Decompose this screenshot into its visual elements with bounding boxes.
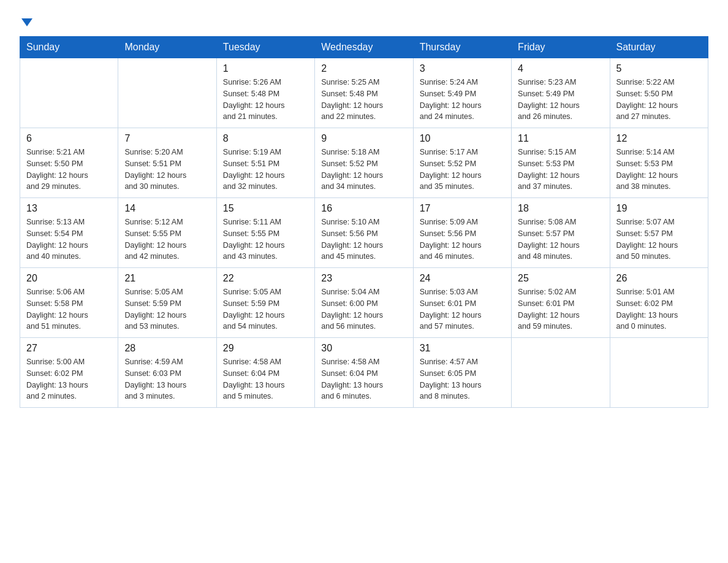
day-number: 29	[223, 343, 308, 354]
calendar-cell	[610, 338, 708, 408]
day-info: Sunrise: 5:02 AM Sunset: 6:01 PM Dayligh…	[518, 286, 603, 332]
day-info: Sunrise: 5:21 AM Sunset: 5:50 PM Dayligh…	[26, 147, 112, 193]
day-info: Sunrise: 5:13 AM Sunset: 5:54 PM Dayligh…	[26, 216, 112, 262]
day-info: Sunrise: 4:59 AM Sunset: 6:03 PM Dayligh…	[124, 356, 210, 402]
day-number: 25	[518, 273, 603, 284]
day-info: Sunrise: 5:08 AM Sunset: 5:57 PM Dayligh…	[518, 216, 603, 262]
day-info: Sunrise: 5:22 AM Sunset: 5:50 PM Dayligh…	[616, 77, 702, 123]
day-number: 11	[518, 133, 603, 144]
calendar-cell: 18Sunrise: 5:08 AM Sunset: 5:57 PM Dayli…	[512, 198, 610, 268]
weekday-header-monday: Monday	[118, 37, 216, 58]
calendar-cell: 8Sunrise: 5:19 AM Sunset: 5:51 PM Daylig…	[216, 128, 314, 198]
weekday-header-friday: Friday	[512, 37, 610, 58]
day-info: Sunrise: 5:15 AM Sunset: 5:53 PM Dayligh…	[518, 147, 603, 193]
day-info: Sunrise: 5:09 AM Sunset: 5:56 PM Dayligh…	[420, 216, 505, 262]
calendar-cell: 21Sunrise: 5:05 AM Sunset: 5:59 PM Dayli…	[118, 268, 216, 338]
day-info: Sunrise: 5:07 AM Sunset: 5:57 PM Dayligh…	[616, 216, 702, 262]
day-number: 19	[616, 203, 702, 214]
calendar-cell: 25Sunrise: 5:02 AM Sunset: 6:01 PM Dayli…	[512, 268, 610, 338]
calendar-cell	[118, 58, 216, 128]
calendar-cell: 23Sunrise: 5:04 AM Sunset: 6:00 PM Dayli…	[315, 268, 413, 338]
day-number: 31	[420, 343, 505, 354]
day-number: 30	[321, 343, 406, 354]
day-info: Sunrise: 5:20 AM Sunset: 5:51 PM Dayligh…	[124, 147, 210, 193]
calendar-cell: 14Sunrise: 5:12 AM Sunset: 5:55 PM Dayli…	[118, 198, 216, 268]
logo-triangle-icon	[21, 18, 32, 26]
calendar-cell: 2Sunrise: 5:25 AM Sunset: 5:48 PM Daylig…	[315, 58, 413, 128]
day-info: Sunrise: 5:00 AM Sunset: 6:02 PM Dayligh…	[26, 356, 112, 402]
day-info: Sunrise: 5:10 AM Sunset: 5:56 PM Dayligh…	[321, 216, 406, 262]
weekday-header-saturday: Saturday	[610, 37, 708, 58]
calendar-cell: 22Sunrise: 5:05 AM Sunset: 5:59 PM Dayli…	[216, 268, 314, 338]
calendar-cell: 11Sunrise: 5:15 AM Sunset: 5:53 PM Dayli…	[512, 128, 610, 198]
calendar-cell: 5Sunrise: 5:22 AM Sunset: 5:50 PM Daylig…	[610, 58, 708, 128]
day-number: 22	[223, 273, 308, 284]
weekday-header-tuesday: Tuesday	[216, 37, 314, 58]
day-info: Sunrise: 5:26 AM Sunset: 5:48 PM Dayligh…	[223, 77, 308, 123]
calendar-week-row: 13Sunrise: 5:13 AM Sunset: 5:54 PM Dayli…	[20, 198, 708, 268]
day-number: 23	[321, 273, 406, 284]
day-info: Sunrise: 5:05 AM Sunset: 5:59 PM Dayligh…	[223, 286, 308, 332]
day-info: Sunrise: 5:04 AM Sunset: 6:00 PM Dayligh…	[321, 286, 406, 332]
calendar-week-row: 1Sunrise: 5:26 AM Sunset: 5:48 PM Daylig…	[20, 58, 708, 128]
day-info: Sunrise: 5:03 AM Sunset: 6:01 PM Dayligh…	[420, 286, 505, 332]
day-number: 27	[26, 343, 112, 354]
day-number: 2	[321, 63, 406, 74]
day-info: Sunrise: 5:05 AM Sunset: 5:59 PM Dayligh…	[124, 286, 210, 332]
calendar-cell: 19Sunrise: 5:07 AM Sunset: 5:57 PM Dayli…	[610, 198, 708, 268]
day-info: Sunrise: 4:58 AM Sunset: 6:04 PM Dayligh…	[321, 356, 406, 402]
logo	[20, 15, 32, 26]
day-number: 24	[420, 273, 505, 284]
day-number: 7	[124, 133, 210, 144]
day-info: Sunrise: 5:18 AM Sunset: 5:52 PM Dayligh…	[321, 147, 406, 193]
day-info: Sunrise: 5:11 AM Sunset: 5:55 PM Dayligh…	[223, 216, 308, 262]
day-info: Sunrise: 5:01 AM Sunset: 6:02 PM Dayligh…	[616, 286, 702, 332]
day-info: Sunrise: 5:24 AM Sunset: 5:49 PM Dayligh…	[420, 77, 505, 123]
day-number: 17	[420, 203, 505, 214]
weekday-header-sunday: Sunday	[20, 37, 118, 58]
calendar-cell: 28Sunrise: 4:59 AM Sunset: 6:03 PM Dayli…	[118, 338, 216, 408]
day-number: 18	[518, 203, 603, 214]
day-number: 16	[321, 203, 406, 214]
day-info: Sunrise: 5:23 AM Sunset: 5:49 PM Dayligh…	[518, 77, 603, 123]
calendar-cell: 30Sunrise: 4:58 AM Sunset: 6:04 PM Dayli…	[315, 338, 413, 408]
day-number: 1	[223, 63, 308, 74]
calendar-week-row: 6Sunrise: 5:21 AM Sunset: 5:50 PM Daylig…	[20, 128, 708, 198]
page-header	[20, 15, 708, 26]
day-number: 3	[420, 63, 505, 74]
calendar-cell: 4Sunrise: 5:23 AM Sunset: 5:49 PM Daylig…	[512, 58, 610, 128]
day-number: 20	[26, 273, 112, 284]
calendar-cell	[20, 58, 118, 128]
day-number: 12	[616, 133, 702, 144]
calendar-cell: 20Sunrise: 5:06 AM Sunset: 5:58 PM Dayli…	[20, 268, 118, 338]
day-info: Sunrise: 4:58 AM Sunset: 6:04 PM Dayligh…	[223, 356, 308, 402]
calendar-cell: 3Sunrise: 5:24 AM Sunset: 5:49 PM Daylig…	[413, 58, 511, 128]
day-info: Sunrise: 5:19 AM Sunset: 5:51 PM Dayligh…	[223, 147, 308, 193]
calendar-cell	[512, 338, 610, 408]
calendar-cell: 31Sunrise: 4:57 AM Sunset: 6:05 PM Dayli…	[413, 338, 511, 408]
day-number: 5	[616, 63, 702, 74]
day-number: 9	[321, 133, 406, 144]
calendar-cell: 15Sunrise: 5:11 AM Sunset: 5:55 PM Dayli…	[216, 198, 314, 268]
day-info: Sunrise: 4:57 AM Sunset: 6:05 PM Dayligh…	[420, 356, 505, 402]
calendar-week-row: 20Sunrise: 5:06 AM Sunset: 5:58 PM Dayli…	[20, 268, 708, 338]
calendar-table: SundayMondayTuesdayWednesdayThursdayFrid…	[20, 36, 708, 408]
calendar-cell: 17Sunrise: 5:09 AM Sunset: 5:56 PM Dayli…	[413, 198, 511, 268]
calendar-cell: 7Sunrise: 5:20 AM Sunset: 5:51 PM Daylig…	[118, 128, 216, 198]
calendar-cell: 9Sunrise: 5:18 AM Sunset: 5:52 PM Daylig…	[315, 128, 413, 198]
calendar-cell: 1Sunrise: 5:26 AM Sunset: 5:48 PM Daylig…	[216, 58, 314, 128]
day-number: 15	[223, 203, 308, 214]
calendar-cell: 13Sunrise: 5:13 AM Sunset: 5:54 PM Dayli…	[20, 198, 118, 268]
day-number: 8	[223, 133, 308, 144]
day-info: Sunrise: 5:14 AM Sunset: 5:53 PM Dayligh…	[616, 147, 702, 193]
day-number: 4	[518, 63, 603, 74]
calendar-cell: 29Sunrise: 4:58 AM Sunset: 6:04 PM Dayli…	[216, 338, 314, 408]
day-info: Sunrise: 5:17 AM Sunset: 5:52 PM Dayligh…	[420, 147, 505, 193]
day-number: 13	[26, 203, 112, 214]
calendar-cell: 27Sunrise: 5:00 AM Sunset: 6:02 PM Dayli…	[20, 338, 118, 408]
day-number: 14	[124, 203, 210, 214]
calendar-cell: 12Sunrise: 5:14 AM Sunset: 5:53 PM Dayli…	[610, 128, 708, 198]
day-number: 26	[616, 273, 702, 284]
day-number: 28	[124, 343, 210, 354]
calendar-cell: 6Sunrise: 5:21 AM Sunset: 5:50 PM Daylig…	[20, 128, 118, 198]
